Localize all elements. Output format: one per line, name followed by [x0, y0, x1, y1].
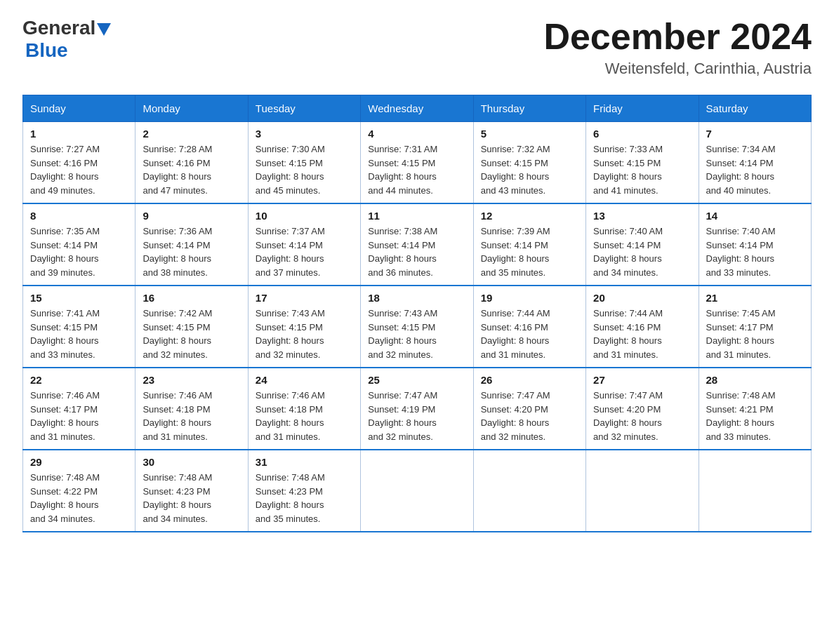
- day-number: 10: [256, 210, 353, 222]
- day-cell: 3 Sunrise: 7:30 AM Sunset: 4:15 PM Dayli…: [248, 122, 360, 204]
- day-cell: 7 Sunrise: 7:34 AM Sunset: 4:14 PM Dayli…: [699, 122, 811, 204]
- day-info: Sunrise: 7:30 AM Sunset: 4:15 PM Dayligh…: [256, 142, 353, 197]
- day-number: 14: [706, 210, 804, 222]
- day-cell: 4 Sunrise: 7:31 AM Sunset: 4:15 PM Dayli…: [361, 122, 473, 204]
- day-cell: 23 Sunrise: 7:46 AM Sunset: 4:18 PM Dayl…: [135, 368, 248, 450]
- header-saturday: Saturday: [699, 95, 811, 122]
- day-info: Sunrise: 7:27 AM Sunset: 4:16 PM Dayligh…: [30, 142, 128, 197]
- day-cell: 17 Sunrise: 7:43 AM Sunset: 4:15 PM Dayl…: [248, 286, 360, 368]
- day-info: Sunrise: 7:47 AM Sunset: 4:19 PM Dayligh…: [368, 389, 465, 443]
- calendar-title: December 2024: [543, 17, 812, 57]
- day-cell: 16 Sunrise: 7:42 AM Sunset: 4:15 PM Dayl…: [135, 286, 248, 368]
- day-info: Sunrise: 7:46 AM Sunset: 4:17 PM Dayligh…: [30, 389, 128, 443]
- day-cell: 28 Sunrise: 7:48 AM Sunset: 4:21 PM Dayl…: [699, 368, 811, 450]
- day-number: 7: [706, 128, 804, 140]
- day-info: Sunrise: 7:34 AM Sunset: 4:14 PM Dayligh…: [706, 142, 804, 197]
- logo-general-text: General: [22, 17, 95, 39]
- day-number: 27: [593, 374, 691, 386]
- day-number: 3: [256, 128, 353, 140]
- day-number: 18: [368, 292, 465, 304]
- day-cell: 14 Sunrise: 7:40 AM Sunset: 4:14 PM Dayl…: [699, 203, 811, 286]
- day-cell: 12 Sunrise: 7:39 AM Sunset: 4:14 PM Dayl…: [473, 203, 585, 286]
- day-cell: 9 Sunrise: 7:36 AM Sunset: 4:14 PM Dayli…: [135, 203, 248, 286]
- day-info: Sunrise: 7:42 AM Sunset: 4:15 PM Dayligh…: [143, 307, 240, 361]
- day-cell: 26 Sunrise: 7:47 AM Sunset: 4:20 PM Dayl…: [473, 368, 585, 450]
- day-cell: 15 Sunrise: 7:41 AM Sunset: 4:15 PM Dayl…: [23, 286, 135, 368]
- day-cell: 25 Sunrise: 7:47 AM Sunset: 4:19 PM Dayl…: [361, 368, 473, 450]
- day-info: Sunrise: 7:40 AM Sunset: 4:14 PM Dayligh…: [706, 224, 804, 279]
- day-number: 31: [256, 456, 353, 468]
- logo-triangle-icon: [97, 23, 111, 36]
- day-cell: 30 Sunrise: 7:48 AM Sunset: 4:23 PM Dayl…: [135, 450, 248, 532]
- day-number: 16: [143, 292, 240, 304]
- day-cell: 2 Sunrise: 7:28 AM Sunset: 4:16 PM Dayli…: [135, 122, 248, 204]
- day-number: 2: [143, 128, 240, 140]
- day-number: 1: [30, 128, 128, 140]
- day-info: Sunrise: 7:28 AM Sunset: 4:16 PM Dayligh…: [143, 142, 240, 197]
- day-number: 6: [593, 128, 691, 140]
- day-number: 11: [368, 210, 465, 222]
- logo: General Blue: [22, 17, 111, 62]
- header-wednesday: Wednesday: [361, 95, 473, 122]
- header-sunday: Sunday: [23, 95, 135, 122]
- day-info: Sunrise: 7:48 AM Sunset: 4:22 PM Dayligh…: [30, 471, 128, 525]
- calendar-title-block: December 2024 Weitensfeld, Carinthia, Au…: [543, 17, 812, 78]
- day-info: Sunrise: 7:40 AM Sunset: 4:14 PM Dayligh…: [593, 224, 691, 279]
- day-cell: 24 Sunrise: 7:46 AM Sunset: 4:18 PM Dayl…: [248, 368, 360, 450]
- day-number: 13: [593, 210, 691, 222]
- day-cell: 19 Sunrise: 7:44 AM Sunset: 4:16 PM Dayl…: [473, 286, 585, 368]
- day-info: Sunrise: 7:32 AM Sunset: 4:15 PM Dayligh…: [481, 142, 578, 197]
- day-info: Sunrise: 7:47 AM Sunset: 4:20 PM Dayligh…: [593, 389, 691, 443]
- day-number: 26: [481, 374, 578, 386]
- day-cell: 1 Sunrise: 7:27 AM Sunset: 4:16 PM Dayli…: [23, 122, 135, 204]
- week-row-4: 22 Sunrise: 7:46 AM Sunset: 4:17 PM Dayl…: [23, 368, 812, 450]
- day-info: Sunrise: 7:46 AM Sunset: 4:18 PM Dayligh…: [143, 389, 240, 443]
- day-cell: 29 Sunrise: 7:48 AM Sunset: 4:22 PM Dayl…: [23, 450, 135, 532]
- day-info: Sunrise: 7:48 AM Sunset: 4:23 PM Dayligh…: [143, 471, 240, 525]
- day-info: Sunrise: 7:46 AM Sunset: 4:18 PM Dayligh…: [256, 389, 353, 443]
- day-cell: 22 Sunrise: 7:46 AM Sunset: 4:17 PM Dayl…: [23, 368, 135, 450]
- day-number: 9: [143, 210, 240, 222]
- day-info: Sunrise: 7:48 AM Sunset: 4:21 PM Dayligh…: [706, 389, 804, 443]
- day-cell: 6 Sunrise: 7:33 AM Sunset: 4:15 PM Dayli…: [586, 122, 699, 204]
- week-row-1: 1 Sunrise: 7:27 AM Sunset: 4:16 PM Dayli…: [23, 122, 812, 204]
- day-number: 5: [481, 128, 578, 140]
- calendar-table: SundayMondayTuesdayWednesdayThursdayFrid…: [22, 95, 812, 532]
- day-number: 15: [30, 292, 128, 304]
- day-cell: 18 Sunrise: 7:43 AM Sunset: 4:15 PM Dayl…: [361, 286, 473, 368]
- calendar-subtitle: Weitensfeld, Carinthia, Austria: [543, 60, 812, 78]
- day-cell: 11 Sunrise: 7:38 AM Sunset: 4:14 PM Dayl…: [361, 203, 473, 286]
- header-tuesday: Tuesday: [248, 95, 360, 122]
- day-cell: 20 Sunrise: 7:44 AM Sunset: 4:16 PM Dayl…: [586, 286, 699, 368]
- day-number: 29: [30, 456, 128, 468]
- day-cell: [361, 450, 473, 532]
- day-cell: 21 Sunrise: 7:45 AM Sunset: 4:17 PM Dayl…: [699, 286, 811, 368]
- logo-blue-text: Blue: [25, 39, 68, 62]
- day-number: 23: [143, 374, 240, 386]
- day-info: Sunrise: 7:39 AM Sunset: 4:14 PM Dayligh…: [481, 224, 578, 279]
- day-number: 22: [30, 374, 128, 386]
- day-info: Sunrise: 7:43 AM Sunset: 4:15 PM Dayligh…: [368, 307, 465, 361]
- calendar-header-row: SundayMondayTuesdayWednesdayThursdayFrid…: [23, 95, 812, 122]
- day-number: 12: [481, 210, 578, 222]
- day-number: 4: [368, 128, 465, 140]
- day-info: Sunrise: 7:33 AM Sunset: 4:15 PM Dayligh…: [593, 142, 691, 197]
- day-cell: 5 Sunrise: 7:32 AM Sunset: 4:15 PM Dayli…: [473, 122, 585, 204]
- day-info: Sunrise: 7:31 AM Sunset: 4:15 PM Dayligh…: [368, 142, 465, 197]
- day-number: 24: [256, 374, 353, 386]
- day-cell: [473, 450, 585, 532]
- day-number: 19: [481, 292, 578, 304]
- day-info: Sunrise: 7:44 AM Sunset: 4:16 PM Dayligh…: [481, 307, 578, 361]
- day-number: 28: [706, 374, 804, 386]
- week-row-3: 15 Sunrise: 7:41 AM Sunset: 4:15 PM Dayl…: [23, 286, 812, 368]
- page-header: General Blue December 2024 Weitensfeld, …: [22, 17, 812, 78]
- day-info: Sunrise: 7:35 AM Sunset: 4:14 PM Dayligh…: [30, 224, 128, 279]
- day-cell: 31 Sunrise: 7:48 AM Sunset: 4:23 PM Dayl…: [248, 450, 360, 532]
- day-info: Sunrise: 7:37 AM Sunset: 4:14 PM Dayligh…: [256, 224, 353, 279]
- day-number: 25: [368, 374, 465, 386]
- day-cell: [586, 450, 699, 532]
- day-info: Sunrise: 7:47 AM Sunset: 4:20 PM Dayligh…: [481, 389, 578, 443]
- day-cell: 13 Sunrise: 7:40 AM Sunset: 4:14 PM Dayl…: [586, 203, 699, 286]
- day-cell: 27 Sunrise: 7:47 AM Sunset: 4:20 PM Dayl…: [586, 368, 699, 450]
- day-number: 21: [706, 292, 804, 304]
